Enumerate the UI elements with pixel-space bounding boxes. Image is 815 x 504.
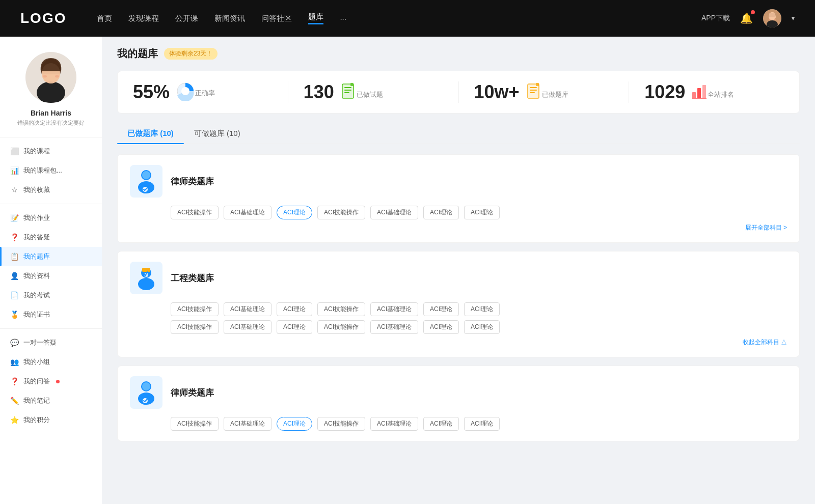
sidebar-item-qa[interactable]: ❓ 我的答疑 — [0, 228, 102, 247]
bank-tag-1-6[interactable]: ACI理论 — [464, 206, 500, 219]
nav-item-news[interactable]: 新闻资讯 — [214, 14, 245, 23]
favorites-icon: ☆ — [10, 186, 18, 194]
bank-tag-2-0-6[interactable]: ACI理论 — [464, 302, 500, 316]
sidebar-item-points[interactable]: ⭐ 我的积分 — [0, 410, 102, 430]
profile-avatar — [25, 52, 76, 103]
sidebar-item-course-package[interactable]: 📊 我的课程包... — [0, 161, 102, 180]
bank-tag-1-2[interactable]: ACI理论 — [277, 206, 312, 219]
sidebar-item-bank[interactable]: 📋 我的题库 — [0, 247, 102, 266]
bank-card-1-tags: ACI技能操作 ACI基础理论 ACI理论 ACI技能操作 ACI基础理论 AC… — [171, 206, 787, 219]
bank-tag-3-6[interactable]: ACI理论 — [464, 417, 500, 431]
notification-bell[interactable]: 🔔 — [740, 12, 753, 24]
bank-card-3-header: 律师类题库 — [130, 376, 787, 409]
sidebar-item-label: 我的答疑 — [23, 233, 50, 242]
bank-tag-2-0-2[interactable]: ACI理论 — [277, 302, 312, 316]
bank-tag-2-1-0[interactable]: ACI技能操作 — [171, 320, 219, 334]
bank-tag-2-1-5[interactable]: ACI理论 — [423, 320, 459, 334]
course-package-icon: 📊 — [10, 166, 18, 175]
svg-rect-20 — [528, 84, 539, 98]
bank-tag-1-4[interactable]: ACI基础理论 — [370, 206, 418, 219]
nav-item-more[interactable]: ··· — [340, 14, 346, 23]
svg-rect-27 — [697, 88, 701, 98]
bank-card-2-tags-row-2: ACI技能操作 ACI基础理论 ACI理论 ACI技能操作 ACI基础理论 AC… — [171, 320, 787, 334]
bank-tag-2-1-1[interactable]: ACI基础理论 — [224, 320, 271, 334]
nav-item-bank[interactable]: 题库 — [308, 12, 323, 24]
nav-item-home[interactable]: 首页 — [97, 14, 112, 23]
svg-rect-22 — [530, 87, 537, 88]
sidebar-item-notes[interactable]: ✏️ 我的笔记 — [0, 391, 102, 410]
svg-rect-26 — [692, 92, 696, 98]
sidebar-item-course[interactable]: ⬜ 我的课程 — [0, 142, 102, 161]
bank-tag-2-0-3[interactable]: ACI技能操作 — [317, 302, 365, 316]
bank-card-1-expand[interactable]: 展开全部科目 > — [130, 223, 787, 232]
bank-card-3: 律师类题库 ACI技能操作 ACI基础理论 ACI理论 ACI技能操作 ACI基… — [117, 366, 800, 441]
bank-tag-3-1[interactable]: ACI基础理论 — [224, 417, 271, 431]
bank-tag-2-1-3[interactable]: ACI技能操作 — [317, 320, 365, 334]
svg-rect-24 — [530, 92, 535, 93]
sidebar-item-group[interactable]: 👥 我的小组 — [0, 352, 102, 372]
bank-tag-2-0-0[interactable]: ACI技能操作 — [171, 302, 219, 316]
course-icon: ⬜ — [10, 147, 18, 155]
nav-item-discover[interactable]: 发现课程 — [128, 14, 159, 23]
sidebar-item-label: 我的考试 — [23, 291, 50, 300]
avatar-dropdown-arrow[interactable]: ▾ — [792, 15, 795, 22]
bank-tag-2-1-2[interactable]: ACI理论 — [277, 320, 312, 334]
nav-item-opencourse[interactable]: 公开课 — [175, 14, 198, 23]
bank-tag-3-2[interactable]: ACI理论 — [277, 417, 312, 431]
lawyer-icon — [134, 168, 158, 194]
profile-name: Brian Harris — [31, 109, 71, 117]
app-download-link[interactable]: APP下载 — [701, 14, 730, 23]
sidebar-item-favorites[interactable]: ☆ 我的收藏 — [0, 180, 102, 200]
page-header: 我的题库 体验剩余23天！ — [117, 47, 800, 61]
bank-card-3-icon — [130, 376, 162, 409]
bank-tag-3-0[interactable]: ACI技能操作 — [171, 417, 219, 431]
bank-tag-2-1-6[interactable]: ACI理论 — [464, 320, 500, 334]
stats-row: 55% 正确率 130 — [117, 71, 800, 114]
sidebar-item-homework[interactable]: 📝 我的作业 — [0, 208, 102, 228]
sidebar-item-label: 我的收藏 — [23, 185, 50, 194]
bank-tag-1-3[interactable]: ACI技能操作 — [317, 206, 365, 219]
stat-done-questions: 130 已做试题 — [288, 81, 459, 103]
svg-point-35 — [138, 278, 154, 290]
sidebar-item-label: 我的课程 — [23, 147, 50, 156]
svg-point-13 — [181, 87, 189, 95]
bank-card-2-collapse[interactable]: 收起全部科目 △ — [171, 338, 787, 347]
tab-available-banks[interactable]: 可做题库 (10) — [184, 124, 251, 144]
stat-number-accuracy: 55% — [133, 81, 195, 103]
stat-value: 1029 — [644, 81, 685, 103]
bank-tag-2-0-1[interactable]: ACI基础理论 — [224, 302, 271, 316]
nav-logo: LOGO — [20, 10, 66, 26]
bank-tag-1-0[interactable]: ACI技能操作 — [171, 206, 219, 219]
bank-card-2-header: 工程类题库 — [130, 262, 787, 294]
certificate-icon: 🏅 — [10, 311, 18, 319]
bank-card-3-title: 律师类题库 — [171, 387, 214, 399]
bank-card-2-icon — [130, 262, 162, 294]
points-icon: ⭐ — [10, 416, 18, 424]
sidebar-item-certificate[interactable]: 🏅 我的证书 — [0, 305, 102, 324]
bank-card-1-header: 律师类题库 — [130, 165, 787, 198]
stat-label-ranking: 全站排名 — [708, 87, 734, 99]
bank-tag-3-4[interactable]: ACI基础理论 — [370, 417, 418, 431]
nav-item-qa[interactable]: 问答社区 — [261, 14, 292, 23]
sidebar-item-questions[interactable]: ❓ 我的问答 — [0, 372, 102, 391]
bank-tag-1-5[interactable]: ACI理论 — [423, 206, 459, 219]
bank-tag-2-1-4[interactable]: ACI基础理论 — [370, 320, 418, 334]
bank-tag-3-3[interactable]: ACI技能操作 — [317, 417, 365, 431]
bank-tag-3-5[interactable]: ACI理论 — [423, 417, 459, 431]
sidebar-item-label: 我的积分 — [23, 415, 50, 425]
svg-rect-16 — [344, 87, 351, 88]
sidebar-profile: Brian Harris 错误的决定比没有决定要好 — [0, 37, 102, 137]
tab-done-banks[interactable]: 已做题库 (10) — [117, 124, 184, 144]
bank-tag-1-1[interactable]: ACI基础理论 — [224, 206, 271, 219]
bank-tag-2-0-5[interactable]: ACI理论 — [423, 302, 459, 316]
sidebar-item-1on1[interactable]: 💬 一对一答疑 — [0, 333, 102, 352]
bank-card-1-icon — [130, 165, 162, 198]
user-avatar[interactable] — [763, 9, 781, 27]
sidebar-item-label: 我的笔记 — [23, 396, 50, 405]
page-title: 我的题库 — [117, 47, 158, 61]
sidebar-item-exam[interactable]: 📄 我的考试 — [0, 286, 102, 305]
sidebar-item-profile[interactable]: 👤 我的资料 — [0, 266, 102, 286]
bank-tag-2-0-4[interactable]: ACI基础理论 — [370, 302, 418, 316]
bank-card-2-tags-row-1: ACI技能操作 ACI基础理论 ACI理论 ACI技能操作 ACI基础理论 AC… — [171, 302, 787, 316]
svg-rect-18 — [344, 92, 349, 93]
